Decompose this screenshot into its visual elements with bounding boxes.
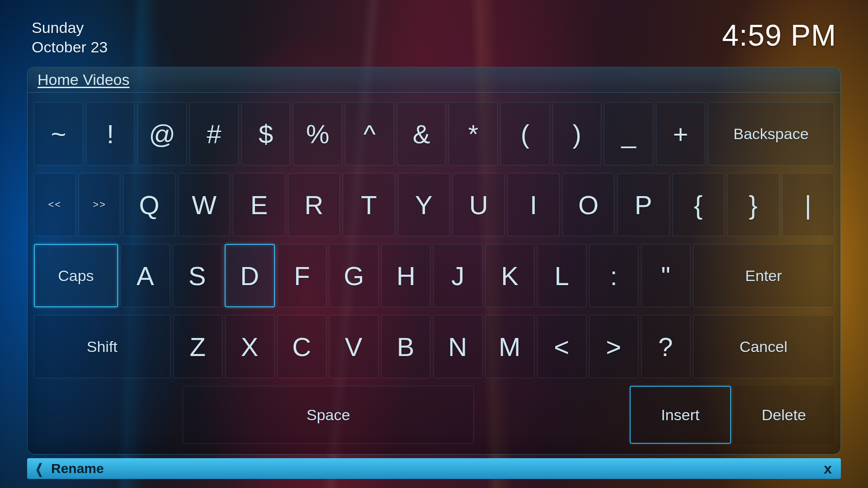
key-y[interactable]: Y <box>398 173 450 236</box>
key-plus[interactable]: + <box>656 102 705 165</box>
key-g[interactable]: G <box>329 244 378 307</box>
key-cancel[interactable]: Cancel <box>693 315 834 378</box>
key-amp[interactable]: & <box>397 102 446 165</box>
key-lbrace[interactable]: { <box>672 173 724 236</box>
key-enter[interactable]: Enter <box>693 244 834 307</box>
footer-back[interactable]: ❮ Rename <box>33 461 104 477</box>
key-dollar[interactable]: $ <box>241 102 291 165</box>
key-w[interactable]: W <box>178 173 230 236</box>
weekday-label: Sunday <box>32 18 108 38</box>
key-space[interactable]: Space <box>183 386 474 444</box>
key-j[interactable]: J <box>433 244 482 307</box>
keyboard-row-1: ~ ! @ # $ % ^ & * ( ) _ + Backspace <box>34 102 834 165</box>
key-c[interactable]: C <box>277 315 326 378</box>
key-tilde[interactable]: ~ <box>34 102 83 165</box>
key-pipe[interactable]: | <box>782 173 834 236</box>
footer-bar: ❮ Rename x <box>27 458 841 479</box>
keyboard-row-3: Caps A S D F G H J K L : " Enter <box>34 244 834 307</box>
key-backspace[interactable]: Backspace <box>708 102 834 165</box>
key-shift[interactable]: Shift <box>34 315 170 378</box>
key-u[interactable]: U <box>453 173 505 236</box>
key-q[interactable]: Q <box>123 173 175 236</box>
header: Sunday October 23 4:59 PM <box>32 18 836 56</box>
clock-label: 4:59 PM <box>722 18 836 52</box>
key-h[interactable]: H <box>381 244 430 307</box>
key-o[interactable]: O <box>562 173 614 236</box>
key-p[interactable]: P <box>617 173 669 236</box>
blank-left <box>34 386 180 444</box>
text-input-value: Home Videos <box>38 71 130 89</box>
keyboard-row-2: << >> Q W E R T Y U I O P { } | <box>34 173 834 236</box>
key-m[interactable]: M <box>485 315 534 378</box>
key-caret[interactable]: ^ <box>345 102 394 165</box>
key-tab-left[interactable]: << <box>34 173 76 236</box>
key-star[interactable]: * <box>448 102 498 165</box>
date-block: Sunday October 23 <box>32 18 108 56</box>
key-caps[interactable]: Caps <box>34 244 118 307</box>
key-lparen[interactable]: ( <box>500 102 550 165</box>
key-question[interactable]: ? <box>641 315 690 378</box>
key-l[interactable]: L <box>537 244 586 307</box>
keyboard-panel: Home Videos ~ ! @ # $ % ^ & * ( ) _ + Ba… <box>27 67 841 455</box>
key-k[interactable]: K <box>485 244 534 307</box>
key-exclaim[interactable]: ! <box>86 102 135 165</box>
key-t[interactable]: T <box>343 173 395 236</box>
key-insert[interactable]: Insert <box>630 386 731 444</box>
key-at[interactable]: @ <box>137 102 187 165</box>
key-gt[interactable]: > <box>589 315 638 378</box>
key-v[interactable]: V <box>329 315 378 378</box>
key-hash[interactable]: # <box>189 102 239 165</box>
key-colon[interactable]: : <box>589 244 638 307</box>
key-b[interactable]: B <box>381 315 430 378</box>
key-r[interactable]: R <box>288 173 340 236</box>
key-tab-right[interactable]: >> <box>79 173 121 236</box>
close-button[interactable]: x <box>824 460 832 477</box>
chevron-left-icon: ❮ <box>35 461 43 477</box>
key-quote[interactable]: " <box>641 244 690 307</box>
blank-mid <box>476 386 627 444</box>
key-percent[interactable]: % <box>293 102 342 165</box>
key-e[interactable]: E <box>233 173 285 236</box>
key-underscore[interactable]: _ <box>604 102 653 165</box>
text-input-bar[interactable]: Home Videos <box>28 67 840 93</box>
key-lt[interactable]: < <box>537 315 586 378</box>
keyboard-row-4: Shift Z X C V B N M < > ? Cancel <box>34 315 834 378</box>
footer-label: Rename <box>51 461 104 476</box>
key-i[interactable]: I <box>507 173 559 236</box>
key-delete[interactable]: Delete <box>734 386 834 444</box>
onscreen-keyboard: ~ ! @ # $ % ^ & * ( ) _ + Backspace << >… <box>28 93 840 450</box>
key-d[interactable]: D <box>225 244 275 307</box>
key-z[interactable]: Z <box>173 315 222 378</box>
key-rbrace[interactable]: } <box>727 173 779 236</box>
key-rparen[interactable]: ) <box>552 102 602 165</box>
key-f[interactable]: F <box>278 244 327 307</box>
date-label: October 23 <box>32 38 108 57</box>
key-a[interactable]: A <box>121 244 170 307</box>
key-x[interactable]: X <box>225 315 274 378</box>
keyboard-row-5: Space Insert Delete <box>34 386 834 444</box>
key-n[interactable]: N <box>433 315 482 378</box>
key-s[interactable]: S <box>173 244 222 307</box>
